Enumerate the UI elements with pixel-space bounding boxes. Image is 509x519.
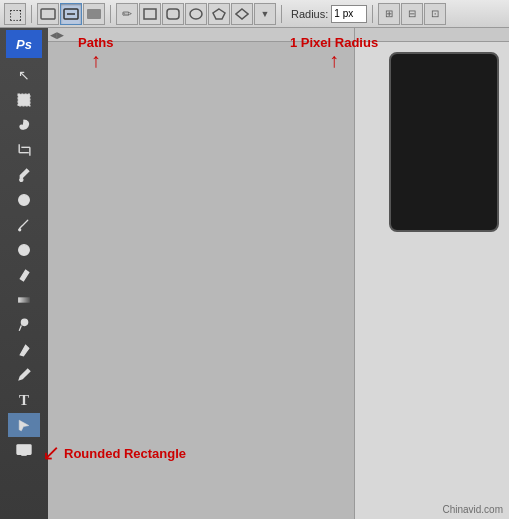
main-toolbar: ⬚ ✏: [0, 0, 509, 28]
shape-layer-btn[interactable]: [37, 3, 59, 25]
shape-type-group: [37, 3, 105, 25]
svg-line-23: [19, 326, 21, 331]
dark-canvas-preview: [389, 52, 499, 232]
radius-input[interactable]: [331, 5, 367, 23]
paths-mode-btn[interactable]: [60, 3, 82, 25]
tool-blur[interactable]: [8, 338, 40, 362]
right-panel: [354, 28, 509, 519]
scroll-arrows: ◀▶: [50, 30, 64, 40]
separator-4: [372, 5, 373, 23]
rounded-rect-icon-btn[interactable]: [162, 3, 184, 25]
fill-region-btn[interactable]: [83, 3, 105, 25]
watermark: Chinavid.com: [442, 504, 503, 515]
radius-arrow: ↑: [329, 50, 339, 70]
align-btn-2[interactable]: ⊟: [401, 3, 423, 25]
options-btn-1[interactable]: ⬚: [4, 3, 26, 25]
svg-rect-24: [17, 445, 31, 455]
view-controls: ⬚: [4, 3, 26, 25]
align-group: ⊞ ⊟ ⊡: [378, 3, 446, 25]
rect-icon-btn[interactable]: [139, 3, 161, 25]
annotation-paths: Paths ↑: [78, 35, 113, 70]
svg-rect-3: [87, 9, 101, 19]
svg-rect-5: [167, 9, 179, 19]
tool-display[interactable]: [8, 438, 40, 462]
tool-pen[interactable]: [8, 363, 40, 387]
tool-brush[interactable]: [8, 213, 40, 237]
annotation-rounded-rect: ↙ Rounded Rectangle: [42, 442, 186, 464]
svg-point-6: [190, 9, 202, 19]
separator-1: [31, 5, 32, 23]
svg-rect-8: [18, 94, 30, 106]
svg-point-13: [20, 178, 23, 181]
custom-shape-btn[interactable]: [231, 3, 253, 25]
annotation-radius: 1 Pixel Radius ↑: [290, 35, 378, 70]
tool-eraser[interactable]: [8, 263, 40, 287]
tool-path-select[interactable]: [8, 413, 40, 437]
radius-label: Radius:: [291, 8, 328, 20]
ellipse-icon-btn[interactable]: [185, 3, 207, 25]
rounded-rect-arrow: ↙: [42, 442, 60, 464]
right-panel-canvas: [355, 42, 509, 519]
tools-sidebar: Ps: [0, 28, 48, 519]
rounded-rect-label: Rounded Rectangle: [64, 446, 186, 461]
align-btn-3[interactable]: ⊡: [424, 3, 446, 25]
pen-icon-btn[interactable]: ✏: [116, 3, 138, 25]
polygon-icon-btn[interactable]: [208, 3, 230, 25]
tool-clone[interactable]: [8, 238, 40, 262]
tool-gradient[interactable]: [8, 288, 40, 312]
radius-annotation-label: 1 Pixel Radius: [290, 35, 378, 50]
tool-select[interactable]: [8, 88, 40, 112]
tool-heal[interactable]: [8, 188, 40, 212]
shape-tools-group: ✏: [116, 3, 276, 25]
tool-dodge[interactable]: [8, 313, 40, 337]
tool-crop[interactable]: [8, 138, 40, 162]
paths-arrow: ↑: [91, 50, 101, 70]
paths-label: Paths: [78, 35, 113, 50]
svg-rect-21: [18, 297, 30, 302]
radius-group: Radius:: [287, 5, 367, 23]
tool-lasso[interactable]: [8, 113, 40, 137]
ps-logo: Ps: [6, 30, 42, 58]
tool-type[interactable]: T: [8, 388, 40, 412]
svg-point-17: [18, 228, 21, 231]
separator-2: [110, 5, 111, 23]
shape-dropdown-btn[interactable]: ▼: [254, 3, 276, 25]
align-btn-1[interactable]: ⊞: [378, 3, 400, 25]
separator-3: [281, 5, 282, 23]
tool-move[interactable]: [8, 63, 40, 87]
svg-point-22: [21, 319, 27, 325]
tool-eyedrop[interactable]: [8, 163, 40, 187]
svg-rect-0: [41, 9, 55, 19]
svg-marker-7: [213, 9, 225, 19]
svg-rect-4: [144, 9, 156, 19]
arrow-icon: [18, 67, 30, 83]
